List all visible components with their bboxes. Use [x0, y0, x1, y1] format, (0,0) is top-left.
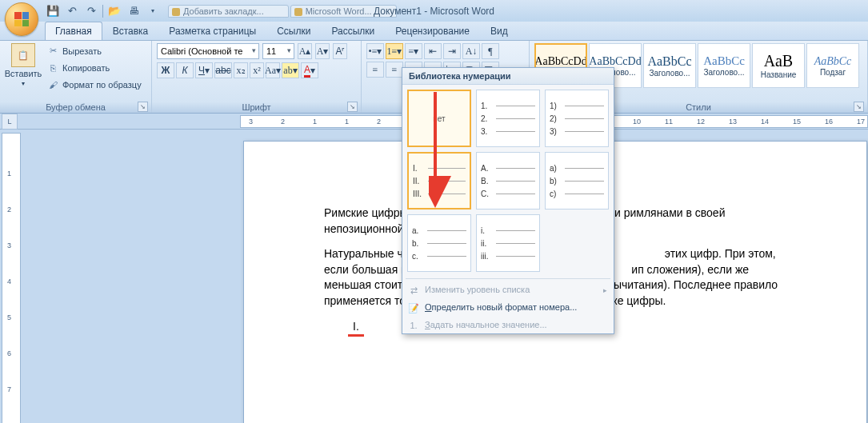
underline-button[interactable]: Ч▾ — [195, 62, 213, 78]
tab-insert[interactable]: Вставка — [102, 22, 159, 40]
num-decimal-paren[interactable]: 1) 2) 3) — [545, 90, 609, 147]
tab-view[interactable]: Вид — [480, 22, 518, 40]
copy-icon: ⎘ — [47, 62, 59, 74]
sort-button[interactable]: A↓ — [462, 43, 480, 59]
format-painter-button[interactable]: 🖌Формат по образцу — [45, 77, 144, 92]
eraser-icon: Aʳ — [335, 46, 344, 57]
num-lower-roman[interactable]: i. ii. iii. — [476, 214, 540, 272]
tab-layout[interactable]: Разметка страницы — [158, 22, 266, 40]
tab-review[interactable]: Рецензирование — [385, 22, 480, 40]
subscript-button[interactable]: x₂ — [234, 62, 248, 78]
qat-open-icon[interactable]: 📂 — [106, 3, 122, 19]
window-title: Документ1 - Microsoft Word — [374, 6, 494, 17]
grow-font-button[interactable]: A▴ — [298, 43, 312, 59]
superscript-button[interactable]: x² — [250, 62, 264, 78]
tab-references[interactable]: Ссылки — [266, 22, 321, 40]
scissors-icon: ✂ — [47, 45, 59, 57]
office-button[interactable] — [5, 2, 38, 36]
list-icon: 📝 — [407, 301, 420, 314]
numbering-dropdown: Библиотека нумерации нет 1. 2. 3. 1) 2) … — [402, 67, 614, 334]
multilevel-button[interactable]: ≡▾ — [405, 43, 422, 59]
qat-save-icon[interactable]: 💾 — [45, 3, 61, 19]
group-clipboard-label: Буфер обмена↘ — [5, 102, 146, 112]
clear-formatting-button[interactable]: Aʳ — [333, 43, 347, 59]
font-color-button[interactable]: A▾ — [301, 62, 318, 78]
paste-label: Вставить — [5, 69, 42, 78]
bold-button[interactable]: Ж — [157, 62, 174, 78]
brush-icon: 🖌 — [47, 78, 59, 90]
bullets-button[interactable]: •≡▾ — [366, 43, 384, 59]
align-left-button[interactable]: ≡ — [366, 62, 384, 78]
num-decimal-dot[interactable]: 1. 2. 3. — [476, 90, 540, 147]
highlight-button[interactable]: ab▾ — [282, 62, 299, 78]
cut-button[interactable]: ✂Вырезать — [45, 43, 144, 58]
align-center-button[interactable]: ≡ — [386, 62, 403, 78]
num-lower-alpha-dot[interactable]: a. b. c. — [407, 214, 471, 272]
menu-change-level: ⇄ Изменить уровень списка▸ — [402, 281, 614, 298]
font-name-combo[interactable]: Calibri (Основной те — [157, 43, 259, 59]
qat-print-icon[interactable]: 🖶 — [126, 3, 142, 19]
italic-button[interactable]: К — [176, 62, 194, 78]
tab-selector[interactable]: L — [2, 114, 18, 130]
copy-button[interactable]: ⎘Копировать — [45, 60, 144, 75]
tab-mailings[interactable]: Рассылки — [321, 22, 385, 40]
bg-tab-1: Добавить закладк... — [168, 5, 289, 18]
strike-button[interactable]: abc — [214, 62, 232, 78]
style-item-4[interactable]: АаВНазвание — [752, 43, 805, 88]
show-marks-button[interactable]: ¶ — [482, 43, 499, 59]
shrink-font-button[interactable]: A▾ — [315, 43, 330, 59]
number-icon: 1. — [407, 319, 420, 332]
numbering-button[interactable]: 1≡▾ — [386, 43, 403, 59]
qat-menu-icon[interactable]: ▾ — [145, 3, 161, 19]
paste-button[interactable]: 📋 Вставить ▾ — [5, 43, 42, 102]
clipboard-icon: 📋 — [11, 43, 35, 67]
group-font-label: Шрифт↘ — [157, 102, 356, 112]
indent-inc-button[interactable]: ⇥ — [443, 43, 461, 59]
qat-undo-icon[interactable]: ↶ — [64, 3, 80, 19]
menu-define-format[interactable]: 📝 Определить новый формат номера... — [402, 298, 614, 316]
style-item-3[interactable]: AaBbCcЗаголово... — [698, 43, 750, 88]
style-item-2[interactable]: AaBbCcЗаголово... — [643, 43, 696, 88]
font-size-combo[interactable]: 11 — [262, 43, 294, 59]
vertical-ruler[interactable]: 1234567 — [2, 133, 21, 423]
font-dialog-launch[interactable]: ↘ — [347, 102, 358, 112]
num-upper-alpha[interactable]: A. B. C. — [476, 152, 540, 210]
menu-set-start: 1. Задать начальное значение... — [402, 316, 614, 333]
clipboard-dialog-launch[interactable]: ↘ — [138, 102, 148, 112]
indent-dec-button[interactable]: ⇤ — [424, 43, 442, 59]
num-upper-roman[interactable]: I. II. III. — [407, 152, 471, 210]
qat-redo-icon[interactable]: ↷ — [83, 3, 99, 19]
num-lower-alpha-paren[interactable]: a) b) c) — [545, 152, 609, 210]
indent-icon: ⇄ — [407, 284, 420, 297]
styles-dialog-launch[interactable]: ↘ — [854, 102, 864, 112]
tab-home[interactable]: Главная — [45, 22, 102, 40]
style-item-5[interactable]: AaBbCcПодзаг — [806, 43, 859, 88]
change-case-button[interactable]: Aa▾ — [266, 62, 280, 78]
numbering-header: Библиотека нумерации — [402, 68, 614, 85]
num-none[interactable]: нет — [407, 90, 471, 147]
